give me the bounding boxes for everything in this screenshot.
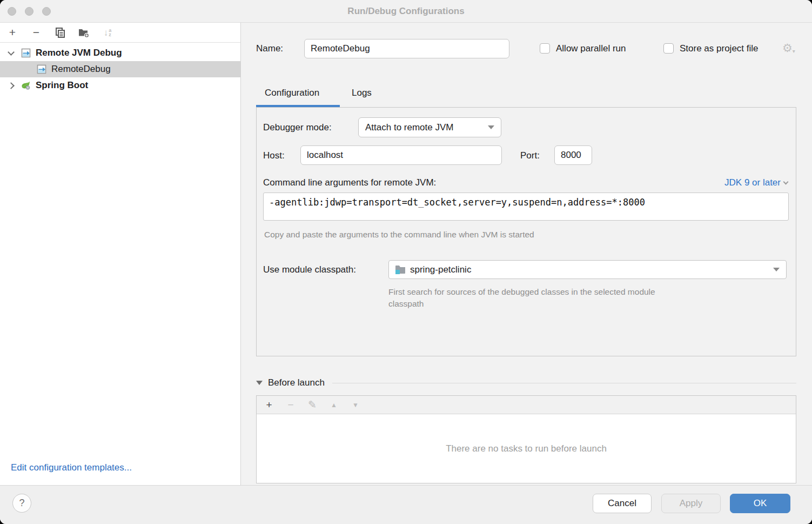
question-mark-icon: ? <box>19 498 24 509</box>
classpath-label: Use module classpath: <box>263 264 356 275</box>
chevron-down-icon <box>783 180 789 185</box>
debugger-mode-value: Attach to remote JVM <box>365 122 453 133</box>
module-classpath-dropdown[interactable]: spring-petclinic <box>388 260 787 279</box>
minus-icon: − <box>33 26 39 39</box>
arrow-up-icon: ▲ <box>331 401 337 409</box>
move-task-down-button[interactable]: ▼ <box>350 401 361 409</box>
before-launch-title: Before launch <box>268 377 325 388</box>
add-task-button[interactable]: + <box>263 399 275 411</box>
classpath-value: spring-petclinic <box>410 264 471 275</box>
allow-parallel-run-label: Allow parallel run <box>556 43 626 54</box>
name-input[interactable] <box>304 39 509 58</box>
tree-item-label: Remote JVM Debug <box>36 48 122 58</box>
sort-alphabetically-icon: ↓ az <box>104 28 112 37</box>
before-launch-box: + − ✎ ▲ ▼ There are no tasks to run befo… <box>256 395 796 483</box>
chevron-down-icon[interactable] <box>8 49 15 56</box>
chevron-right-icon[interactable] <box>8 82 15 89</box>
cmdline-arguments-field[interactable]: -agentlib:jdwp=transport=dt_socket,serve… <box>263 193 789 221</box>
add-configuration-button[interactable]: + <box>6 26 18 38</box>
tab-configuration[interactable]: Configuration <box>265 88 319 98</box>
minimize-window-icon[interactable] <box>25 7 33 16</box>
ok-button[interactable]: OK <box>730 494 790 513</box>
dialog-title: Run/Debug Configurations <box>347 6 464 17</box>
cancel-button[interactable]: Cancel <box>593 494 652 513</box>
port-input[interactable] <box>554 145 592 165</box>
store-options-gear-icon[interactable]: ⚙▾ <box>782 43 795 54</box>
pencil-icon: ✎ <box>308 399 317 410</box>
name-label: Name: <box>256 43 283 54</box>
close-window-icon[interactable] <box>8 7 16 16</box>
cmdline-hint: Copy and paste the arguments to the comm… <box>264 230 534 240</box>
classpath-hint: First search for sources of the debugged… <box>388 286 661 310</box>
tree-item-remotedebug[interactable]: RemoteDebug <box>0 61 240 77</box>
remove-task-button[interactable]: − <box>285 399 297 411</box>
configurations-sidebar: + − ↓ az Remote JVM Debug <box>0 23 241 485</box>
spring-boot-icon <box>21 81 31 90</box>
remove-configuration-button[interactable]: − <box>30 26 42 38</box>
host-label: Host: <box>263 150 285 161</box>
module-folder-icon <box>395 266 405 274</box>
before-launch-header: Before launch <box>256 377 796 388</box>
allow-parallel-run-checkbox[interactable] <box>540 43 550 54</box>
store-as-project-file-label: Store as project file <box>680 43 759 54</box>
host-input[interactable] <box>300 145 502 165</box>
new-folder-icon <box>78 28 90 38</box>
before-launch-empty-message: There are no tasks to run before launch <box>257 414 796 483</box>
zoom-window-icon[interactable] <box>42 7 51 16</box>
apply-button[interactable]: Apply <box>661 494 721 513</box>
cmdline-label: Command line arguments for remote JVM: <box>263 177 436 188</box>
configurations-tree: Remote JVM Debug RemoteDebug Spring Boot <box>0 43 240 94</box>
collapse-triangle-icon[interactable] <box>256 381 263 385</box>
tree-item-label: Spring Boot <box>36 80 88 91</box>
before-launch-toolbar: + − ✎ ▲ ▼ <box>257 396 796 414</box>
jdk-version-selector[interactable]: JDK 9 or later <box>724 177 788 188</box>
run-debug-configurations-dialog: Run/Debug Configurations + − ↓ az <box>0 0 812 524</box>
tree-item-label: RemoteDebug <box>51 64 111 75</box>
edit-task-button[interactable]: ✎ <box>306 399 318 411</box>
copy-icon <box>55 27 65 38</box>
help-button[interactable]: ? <box>12 494 31 513</box>
section-divider <box>332 383 796 383</box>
tree-item-remote-jvm-debug[interactable]: Remote JVM Debug <box>0 45 240 61</box>
tab-logs[interactable]: Logs <box>352 88 372 98</box>
title-bar: Run/Debug Configurations <box>0 0 812 23</box>
window-controls <box>8 7 51 16</box>
plus-icon: + <box>9 26 16 39</box>
debugger-mode-label: Debugger mode: <box>263 122 332 133</box>
remote-jvm-debug-icon <box>37 64 46 74</box>
arrow-down-icon: ▼ <box>352 401 359 409</box>
sidebar-toolbar: + − ↓ az <box>0 23 240 43</box>
sort-configurations-button[interactable]: ↓ az <box>102 26 113 38</box>
minus-icon: − <box>287 399 293 410</box>
new-folder-button[interactable] <box>78 26 90 38</box>
tree-item-spring-boot[interactable]: Spring Boot <box>0 77 240 94</box>
copy-configuration-button[interactable] <box>54 26 66 38</box>
dropdown-arrow-icon <box>488 125 494 129</box>
dialog-footer: ? Cancel Apply OK <box>0 485 812 524</box>
remote-jvm-debug-icon <box>21 48 31 58</box>
move-task-up-button[interactable]: ▲ <box>328 401 340 409</box>
debugger-mode-dropdown[interactable]: Attach to remote JVM <box>358 117 501 137</box>
port-label: Port: <box>520 150 540 161</box>
plus-icon: + <box>266 399 272 410</box>
edit-configuration-templates-link[interactable]: Edit configuration templates... <box>11 462 132 473</box>
dropdown-arrow-icon <box>773 268 780 271</box>
store-as-project-file-checkbox[interactable] <box>663 43 674 54</box>
